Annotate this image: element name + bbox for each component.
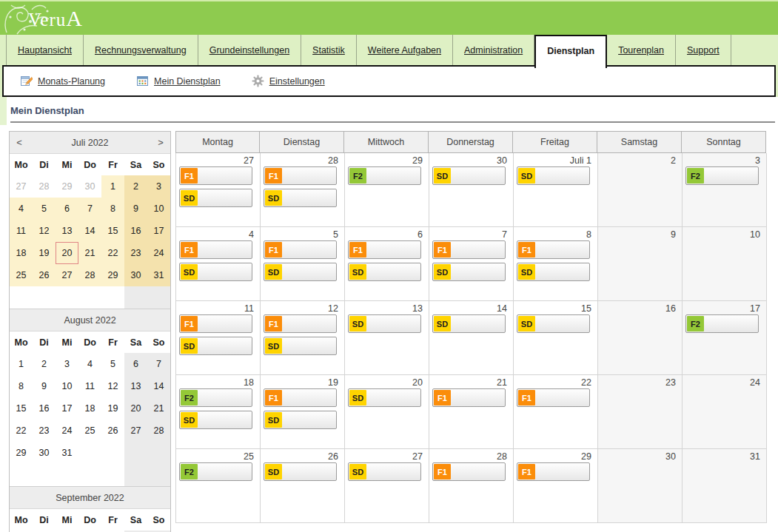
mini-day-cell[interactable]: 15	[101, 220, 124, 242]
day-cell[interactable]: 21F1	[429, 375, 514, 449]
mini-day-cell[interactable]: 27	[10, 175, 33, 198]
shift-entry-sd[interactable]: SD	[179, 411, 252, 429]
mini-day-cell[interactable]: 4	[78, 353, 101, 375]
day-cell[interactable]: 30SD	[429, 153, 514, 227]
tab-grundeinstellungen[interactable]: Grundeinstellungen	[198, 35, 301, 65]
day-cell[interactable]: 28F1SD	[261, 153, 345, 227]
shift-entry-sd[interactable]: SD	[264, 189, 337, 207]
tab-hauptansicht[interactable]: Hauptansicht	[6, 35, 84, 65]
day-cell[interactable]: 25F2	[176, 449, 261, 523]
mini-day-cell[interactable]: 9	[33, 375, 56, 397]
mini-day-cell[interactable]: 22	[10, 420, 33, 442]
mini-day-cell[interactable]: 19	[101, 397, 124, 420]
day-cell[interactable]: 17F2	[683, 301, 767, 375]
mini-day-cell[interactable]: 30	[33, 442, 56, 464]
shift-entry-f2[interactable]: F2	[685, 314, 759, 333]
shift-entry-sd[interactable]: SD	[517, 314, 590, 333]
day-cell[interactable]: 27F1SD	[176, 153, 261, 227]
calendar-icon[interactable]	[136, 75, 149, 87]
shift-entry-sd[interactable]: SD	[179, 263, 252, 281]
day-cell[interactable]: 11F1SD	[176, 301, 261, 375]
day-cell[interactable]: 15SD	[514, 301, 598, 375]
day-cell[interactable]: 18F2SD	[176, 375, 261, 449]
mini-day-cell[interactable]: 1	[101, 175, 124, 198]
day-cell[interactable]: 26SD	[261, 449, 345, 523]
shift-entry-f1[interactable]: F1	[264, 388, 337, 407]
next-month-button[interactable]: >	[151, 137, 170, 148]
mini-day-cell[interactable]: 11	[10, 220, 33, 242]
mini-day-cell[interactable]: 7	[147, 353, 170, 375]
shift-entry-f1[interactable]: F1	[264, 240, 337, 259]
shift-entry-f2[interactable]: F2	[348, 166, 421, 185]
mini-day-cell[interactable]: 11	[78, 375, 101, 397]
shift-entry-sd[interactable]: SD	[264, 337, 337, 355]
day-cell[interactable]: 9	[598, 227, 683, 301]
day-cell[interactable]: 23	[598, 375, 683, 449]
mini-day-cell[interactable]: 30	[124, 264, 147, 286]
mini-day-cell[interactable]: 23	[33, 420, 56, 442]
mini-day-cell[interactable]: 10	[147, 198, 170, 220]
mini-day-cell[interactable]: 3	[56, 353, 78, 375]
day-cell[interactable]: 19F1SD	[261, 375, 345, 449]
mini-day-cell[interactable]: 6	[56, 198, 78, 220]
shift-entry-sd[interactable]: SD	[264, 263, 337, 281]
gear-icon[interactable]	[252, 75, 264, 87]
mini-day-cell[interactable]: 29	[10, 442, 33, 464]
mini-day-cell[interactable]: 22	[101, 242, 124, 264]
tab-rechnungsverwaltung[interactable]: Rechnungsverwaltung	[84, 35, 198, 65]
mini-day-cell[interactable]: 2	[33, 353, 56, 375]
shift-entry-f1[interactable]: F1	[432, 462, 506, 481]
mini-day-cell[interactable]: 7	[78, 198, 101, 220]
mini-day-cell[interactable]: 21	[78, 242, 101, 264]
shift-entry-f2[interactable]: F2	[179, 388, 252, 407]
day-cell[interactable]: 29F1	[514, 449, 598, 523]
mini-day-cell[interactable]: 2	[124, 175, 147, 198]
shift-entry-f1[interactable]: F1	[517, 388, 590, 407]
mini-day-cell[interactable]: 12	[101, 375, 124, 397]
mini-day-cell[interactable]: 13	[56, 220, 78, 242]
mini-day-cell[interactable]: 28	[33, 175, 56, 198]
calendar-edit-icon[interactable]	[20, 75, 33, 87]
mini-day-cell[interactable]: 25	[10, 264, 33, 286]
tab-administration[interactable]: Administration	[453, 35, 534, 65]
shift-entry-sd[interactable]: SD	[517, 263, 590, 281]
mini-day-cell[interactable]: 28	[78, 264, 101, 286]
shift-entry-f1[interactable]: F1	[348, 240, 421, 259]
day-cell[interactable]: 24	[683, 375, 767, 449]
mini-day-cell[interactable]: 20	[124, 397, 147, 420]
mini-day-cell-today[interactable]: 20	[56, 242, 78, 264]
day-cell[interactable]: 6F1SD	[345, 227, 429, 301]
mini-day-cell[interactable]: 24	[147, 242, 170, 264]
shift-entry-sd[interactable]: SD	[432, 166, 506, 185]
shift-entry-f1[interactable]: F1	[179, 166, 252, 185]
mini-day-cell[interactable]: 30	[78, 175, 101, 198]
mini-day-cell[interactable]: 16	[124, 220, 147, 242]
shift-entry-f1[interactable]: F1	[517, 462, 590, 481]
mini-day-cell[interactable]: 28	[147, 420, 170, 442]
mini-day-cell[interactable]: 26	[33, 264, 56, 286]
shift-entry-f1[interactable]: F1	[264, 166, 337, 185]
mini-day-cell[interactable]: 18	[10, 242, 33, 264]
shift-entry-sd[interactable]: SD	[179, 337, 252, 355]
mini-day-cell[interactable]: 5	[33, 198, 56, 220]
einstellungen-link[interactable]: Einstellungen	[269, 76, 325, 87]
mini-day-cell[interactable]: 3	[147, 175, 170, 198]
day-cell[interactable]: Juli 1SD	[514, 153, 598, 227]
shift-entry-sd[interactable]: SD	[517, 166, 590, 185]
shift-entry-f1[interactable]: F1	[517, 240, 590, 259]
mini-day-cell[interactable]: 13	[124, 375, 147, 397]
mini-day-cell[interactable]: 26	[101, 420, 124, 442]
shift-entry-sd[interactable]: SD	[348, 314, 421, 333]
mini-day-cell[interactable]: 12	[33, 220, 56, 242]
mini-day-cell[interactable]: 27	[56, 264, 78, 286]
mini-day-cell[interactable]: 18	[78, 397, 101, 420]
day-cell[interactable]: 27SD	[345, 449, 429, 523]
day-cell[interactable]: 30	[598, 449, 683, 523]
mini-day-cell[interactable]: 19	[33, 242, 56, 264]
prev-month-button[interactable]: <	[10, 137, 29, 148]
mini-day-cell[interactable]: 6	[124, 353, 147, 375]
shift-entry-sd[interactable]: SD	[348, 263, 421, 281]
day-cell[interactable]: 7F1SD	[429, 227, 514, 301]
shift-entry-f1[interactable]: F1	[179, 314, 252, 333]
day-cell[interactable]: 22F1	[514, 375, 598, 449]
